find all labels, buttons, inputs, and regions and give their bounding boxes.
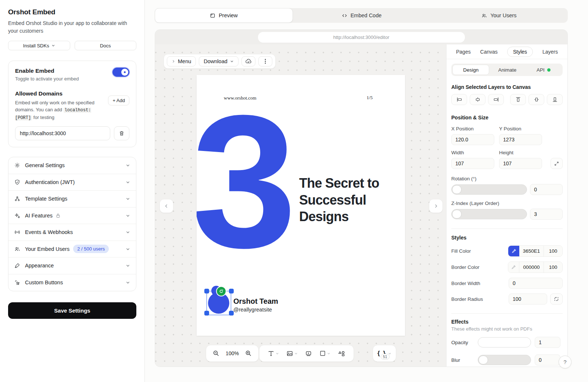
accordion-label: Your Embed Users <box>25 246 69 252</box>
fill-color-swatch[interactable] <box>508 246 519 256</box>
trash-icon <box>119 130 125 136</box>
border-color-swatch[interactable] <box>508 262 519 273</box>
height-input[interactable] <box>499 158 542 169</box>
align-right-button[interactable] <box>488 94 504 105</box>
zoom-in-button[interactable] <box>242 347 255 360</box>
canvas-team-handle[interactable]: @reallygreatsite <box>233 307 272 313</box>
rotation-slider-thumb[interactable] <box>452 185 462 194</box>
section-divider <box>451 313 563 314</box>
variables-count-badge: 51 <box>381 354 390 360</box>
menu-button[interactable]: Menu <box>167 56 196 66</box>
save-settings-button[interactable]: Save Settings <box>8 302 136 319</box>
rotation-slider[interactable] <box>451 184 527 195</box>
width-input[interactable] <box>451 158 494 169</box>
canvas-headline[interactable]: The Secret to Successful Designs <box>299 175 395 225</box>
corner-radius-button[interactable] <box>550 293 563 304</box>
tab-layers[interactable]: Layers <box>542 47 558 57</box>
tab-styles[interactable]: Styles <box>507 47 533 57</box>
next-page-button[interactable] <box>429 199 442 213</box>
docs-button[interactable]: Docs <box>75 41 137 50</box>
allowed-domains-description: Embed will only work on the specified do… <box>15 99 100 122</box>
accordion-your-embed-users[interactable]: Your Embed Users 2 / 500 users <box>8 241 136 258</box>
chevron-down-icon <box>327 352 330 355</box>
resize-handle-ne[interactable] <box>229 289 234 293</box>
blur-value[interactable]: 0 <box>535 354 560 365</box>
canvas-page-indicator[interactable]: 1/5 <box>366 95 373 101</box>
video-tool[interactable] <box>302 347 315 360</box>
accordion-custom-buttons[interactable]: Custom Buttons <box>8 274 136 291</box>
zindex-slider[interactable] <box>451 209 527 219</box>
accordion-ai-features[interactable]: AI Features <box>8 208 136 224</box>
image-tool[interactable] <box>283 347 301 360</box>
chevron-down-icon <box>126 180 130 184</box>
resize-handle-sw[interactable] <box>204 311 209 316</box>
accordion-authentication[interactable]: Authentication (JWT) <box>8 174 136 191</box>
resize-expand-button[interactable] <box>551 158 563 169</box>
tab-canvas[interactable]: Canvas <box>480 47 498 57</box>
opacity-value[interactable]: 1 <box>535 337 560 348</box>
blur-label: Blur <box>451 357 474 363</box>
install-sdks-button[interactable]: Install SDKs <box>8 41 70 50</box>
add-domain-button[interactable]: + Add <box>108 96 129 105</box>
border-color-alpha[interactable]: 100 <box>544 262 562 273</box>
resize-handle-nw[interactable] <box>204 289 209 293</box>
align-top-button[interactable] <box>510 94 526 105</box>
tab-pages[interactable]: Pages <box>456 47 471 57</box>
rotate-handle[interactable] <box>216 286 226 296</box>
more-options-button[interactable] <box>258 56 272 66</box>
embed-config-card: Enable Embed Toggle to activate your emb… <box>8 61 136 147</box>
border-width-input[interactable] <box>509 278 563 289</box>
mode-animate[interactable]: Animate <box>489 65 525 75</box>
accordion-appearance[interactable]: Appearance <box>8 257 136 274</box>
blur-slider-thumb[interactable] <box>478 356 488 364</box>
download-button[interactable]: Download <box>199 56 239 66</box>
delete-domain-button[interactable] <box>114 126 129 140</box>
align-left-button[interactable] <box>451 94 467 105</box>
canvas-team-name[interactable]: Orshot Team <box>233 297 278 306</box>
orshot-embed-app: Orshot Embed Embed Orshot Studio in your… <box>0 0 588 382</box>
tab-embed-code[interactable]: Embed Code <box>293 8 430 23</box>
accordion-label: Template Settings <box>25 196 67 202</box>
accordion-general-settings[interactable]: General Settings <box>8 157 136 174</box>
align-center-horizontal-button[interactable] <box>470 94 485 105</box>
zindex-slider-thumb[interactable] <box>452 210 462 219</box>
border-radius-input[interactable] <box>509 293 547 304</box>
accordion-events-webhooks[interactable]: Events & Webhooks <box>8 224 136 241</box>
image-tool-icon <box>286 350 293 357</box>
elements-tool[interactable] <box>335 347 348 360</box>
domain-input[interactable] <box>15 126 110 140</box>
selected-layer[interactable] <box>206 288 232 315</box>
text-tool[interactable] <box>265 347 282 360</box>
design-page[interactable]: www.orshot.com 1/5 3 The Secret to Succe… <box>197 75 405 336</box>
rotation-value[interactable]: 0 <box>530 184 563 195</box>
main-area: Preview Embed Code Your Users http://loc… <box>145 0 588 382</box>
help-button[interactable]: ? <box>559 356 571 368</box>
toggle-knob <box>121 69 128 76</box>
cloud-sync-button[interactable] <box>241 56 255 66</box>
shape-tool[interactable] <box>316 347 333 360</box>
align-center-vertical-button[interactable] <box>528 94 544 105</box>
zindex-value[interactable]: 3 <box>530 209 563 220</box>
fill-color-hex[interactable]: 3650E1 <box>519 246 544 256</box>
zoom-out-button[interactable] <box>210 347 222 360</box>
variables-panel-button[interactable]: { }51 <box>373 345 396 362</box>
mode-design[interactable]: Design <box>452 65 489 75</box>
opacity-slider[interactable] <box>478 337 531 347</box>
fill-color-alpha[interactable]: 100 <box>544 246 562 256</box>
y-position-input[interactable] <box>499 134 542 145</box>
previous-page-button[interactable] <box>160 199 173 213</box>
mode-api[interactable]: API <box>526 65 562 75</box>
x-position-input[interactable] <box>451 134 494 145</box>
accordion-template-settings[interactable]: Template Settings <box>8 191 136 208</box>
border-color-control: 000000 100 <box>508 262 563 273</box>
users-count-badge: 2 / 500 users <box>73 245 109 253</box>
align-bottom-button[interactable] <box>547 94 563 105</box>
url-field[interactable]: http://localhost:3000/editor <box>258 32 465 43</box>
blur-slider[interactable] <box>478 355 531 365</box>
tab-preview[interactable]: Preview <box>155 8 293 23</box>
align-buttons <box>451 94 563 105</box>
enable-embed-toggle[interactable] <box>112 68 129 77</box>
border-color-hex[interactable]: 000000 <box>519 262 544 273</box>
canvas-big-number[interactable]: 3 <box>197 87 293 276</box>
tab-your-users[interactable]: Your Users <box>430 8 568 23</box>
